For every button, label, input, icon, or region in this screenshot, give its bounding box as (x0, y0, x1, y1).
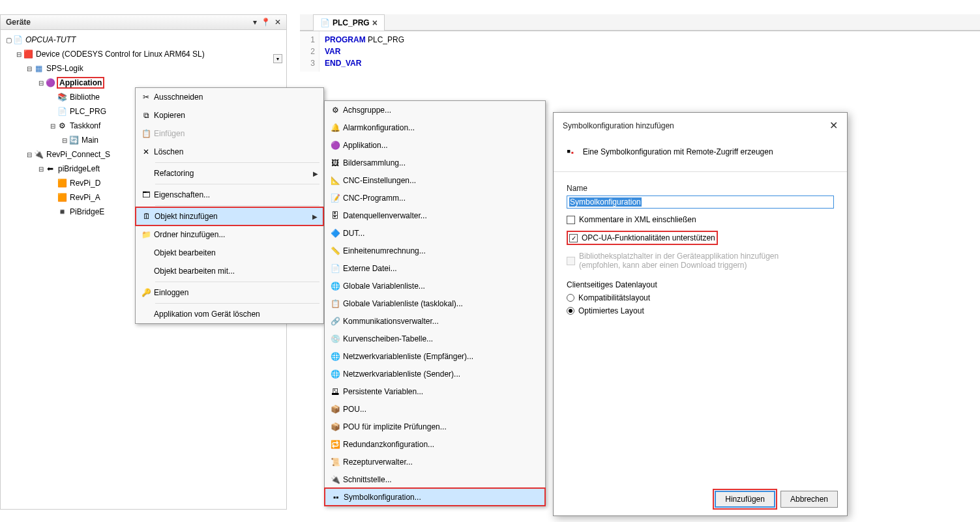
name-input[interactable]: Symbolkonfiguration (567, 196, 834, 209)
submenu-gvl[interactable]: 🌐Globale Variablenliste... (325, 277, 545, 295)
cut-icon: ✂ (138, 93, 154, 102)
tab-label: PLC_PRG (333, 18, 370, 27)
recipe-icon: 📜 (327, 457, 343, 467)
menu-edit-object[interactable]: Objekt bearbeiten (136, 244, 323, 262)
checkbox-opcua[interactable]: OPC-UA-Funktionalitäten unterstützen (567, 231, 718, 245)
menu-edit-object-with[interactable]: Objekt bearbeiten mit... (136, 262, 323, 280)
submenu-redundancy[interactable]: 🔁Redundanzkonfiguration... (325, 435, 545, 453)
tab-plc-prg[interactable]: 📄 PLC_PRG × (313, 14, 385, 31)
cnc-settings-icon: 📐 (327, 176, 343, 185)
context-menu: ✂Ausschneiden ⧉Kopieren 📋Einfügen ✕Lösch… (135, 87, 324, 324)
submenu-datasource[interactable]: 🗄Datenquellenverwalter... (325, 207, 545, 224)
submenu-gvl-task[interactable]: 📋Globale Variablenliste (tasklokal)... (325, 295, 545, 312)
images-icon: 🖼 (327, 158, 343, 167)
code-body[interactable]: PROGRAM PLC_PRG VAR END_VAR (319, 31, 409, 72)
app-icon: 🟣 (327, 141, 343, 150)
submenu-recipe[interactable]: 📜Rezepturverwalter... (325, 453, 545, 471)
nvl-send-icon: 🌐 (327, 370, 343, 379)
menu-properties[interactable]: 🗔Eigenschaften... (136, 186, 323, 204)
checkbox-icon (569, 234, 578, 242)
submenu-comm[interactable]: 🔗Kommunikationsverwalter... (325, 312, 545, 330)
layout-group-label: Clientseitiges Datenlayout (567, 280, 834, 289)
pou-icon: 📦 (327, 405, 343, 414)
submenu-cnc-settings[interactable]: 📐CNC-Einstellungen... (325, 171, 545, 189)
cancel-button[interactable]: Abbrechen (780, 491, 838, 508)
folder-icon: 📁 (138, 230, 154, 239)
submenu-cam[interactable]: 💿Kurvenscheiben-Tabelle... (325, 330, 545, 347)
menu-delete[interactable]: ✕Löschen (136, 143, 323, 161)
pou-impl-icon: 📦 (327, 422, 343, 431)
nvl-recv-icon: 🌐 (327, 352, 343, 361)
menu-refactoring[interactable]: Refactoring▶ (136, 164, 323, 182)
extfile-icon: 📄 (327, 264, 343, 273)
tree-project[interactable]: ▢📄OPCUA-TUTT (2, 33, 285, 47)
checkbox-lib-placeholder: Bibliotheksplatzhalter in der Geräteappl… (567, 252, 834, 270)
submenu-units[interactable]: 📏Einheitenumrechnung... (325, 242, 545, 259)
project-dropdown-icon[interactable]: ▾ (273, 54, 282, 63)
pin-icon[interactable]: 📍 (261, 18, 271, 27)
menu-delete-app[interactable]: Applikation vom Gerät löschen (136, 305, 323, 323)
submenu-extfile[interactable]: 📄Externe Datei... (325, 259, 545, 277)
radio-optimized[interactable]: Optimiertes Layout (567, 306, 834, 315)
cnc-prog-icon: 📝 (327, 194, 343, 203)
line-gutter: 123 (300, 31, 319, 72)
submenu-nvl-recv[interactable]: 🌐Netzwerkvariablenliste (Empfänger)... (325, 347, 545, 365)
axis-group-icon: ⚙ (327, 106, 343, 115)
submenu-achsgruppe[interactable]: ⚙Achsgruppe... (325, 101, 545, 119)
checkbox-xml-comments[interactable]: Kommentare in XML einschließen (567, 215, 834, 224)
interface-icon: 🔌 (327, 475, 343, 484)
menu-paste: 📋Einfügen (136, 124, 323, 143)
close-icon[interactable]: ✕ (275, 18, 281, 27)
properties-icon: 🗔 (138, 190, 154, 199)
persist-icon: 🗳 (327, 387, 343, 396)
submenu-application[interactable]: 🟣Applikation... (325, 136, 545, 154)
dialog-intro-text: Eine Symbolkonfiguration mit Remote-Zugr… (583, 147, 773, 156)
tab-close-icon[interactable]: × (372, 18, 378, 28)
cam-icon: 💿 (327, 334, 343, 343)
submenu-dut[interactable]: 🔷DUT... (325, 224, 545, 242)
paste-icon: 📋 (138, 129, 154, 138)
checkbox-icon (567, 216, 575, 224)
editor-tabs: 📄 PLC_PRG × (300, 14, 980, 31)
code-editor[interactable]: 123 PROGRAM PLC_PRG VAR END_VAR (300, 31, 980, 72)
submenu-persist[interactable]: 🗳Persistente Variablen... (325, 383, 545, 400)
add-button[interactable]: Hinzufügen (715, 491, 775, 508)
panel-header: Geräte ▾ 📍 ✕ (1, 15, 286, 30)
add-object-submenu: ⚙Achsgruppe... 🔔Alarmkonfiguration... 🟣A… (324, 100, 546, 506)
menu-cut[interactable]: ✂Ausschneiden (136, 88, 323, 106)
dialog-body: Name Symbolkonfiguration Kommentare in X… (554, 181, 847, 483)
dialog-header: Symbolkonfiguration hinzufügen ✕ (554, 113, 847, 138)
submenu-arrow-icon: ▶ (313, 170, 318, 177)
tree-sps[interactable]: ⊟▦SPS-Logik (2, 61, 285, 76)
submenu-nvl-send[interactable]: 🌐Netzwerkvariablenliste (Sender)... (325, 365, 545, 383)
dialog-footer: Hinzufügen Abbrechen (554, 483, 847, 515)
menu-copy[interactable]: ⧉Kopieren (136, 106, 323, 124)
radio-icon (567, 294, 574, 302)
panel-title: Geräte (6, 18, 31, 27)
copy-icon: ⧉ (138, 111, 154, 120)
submenu-alarm[interactable]: 🔔Alarmkonfiguration... (325, 119, 545, 136)
minimize-icon[interactable]: ▾ (253, 18, 257, 27)
submenu-interface[interactable]: 🔌Schnittstelle... (325, 471, 545, 488)
name-label: Name (567, 184, 834, 193)
submenu-cnc-prog[interactable]: 📝CNC-Programm... (325, 189, 545, 207)
submenu-pou-impl[interactable]: 📦POU für implizite Prüfungen... (325, 418, 545, 435)
menu-add-object[interactable]: 🗓Objekt hinzufügen▶ (136, 207, 323, 225)
submenu-symbolconfig[interactable]: ▪▪Symbolkonfiguration... (325, 488, 545, 506)
checkbox-icon (567, 257, 575, 265)
gvl-icon: 🌐 (327, 282, 343, 291)
panel-controls: ▾ 📍 ✕ (253, 18, 281, 27)
submenu-images[interactable]: 🖼Bildersammlung... (325, 154, 545, 171)
menu-add-folder[interactable]: 📁Ordner hinzufügen... (136, 225, 323, 244)
tree-device[interactable]: ⊟🟥Device (CODESYS Control for Linux ARM6… (2, 47, 285, 61)
dut-icon: 🔷 (327, 229, 343, 238)
submenu-pou[interactable]: 📦POU... (325, 400, 545, 418)
dialog-close-icon[interactable]: ✕ (829, 119, 838, 132)
menu-login[interactable]: 🔑Einloggen (136, 283, 323, 302)
editor-area: 📄 PLC_PRG × 123 PROGRAM PLC_PRG VAR END_… (300, 14, 980, 72)
symbolconfig-icon: ▪▪ (328, 493, 344, 502)
dialog-title: Symbolkonfiguration hinzufügen (563, 121, 674, 130)
add-symbolconfig-dialog: Symbolkonfiguration hinzufügen ✕ ▪▪ Eine… (553, 112, 848, 516)
radio-compat[interactable]: Kompatibilitätslayout (567, 293, 834, 302)
symbolconfig-icon: ▪▪ (567, 145, 574, 158)
